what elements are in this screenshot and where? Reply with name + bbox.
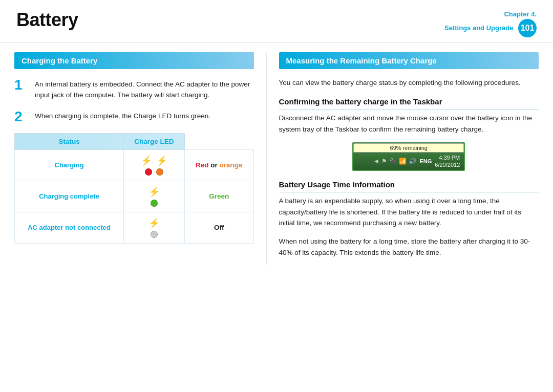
- status-cell: Charging: [15, 149, 124, 181]
- led-plug-icon: ⚡: [148, 217, 160, 229]
- step-2: 2 When charging is complete, the Charge …: [14, 109, 254, 125]
- led-plug-icon: ⚡: [148, 186, 160, 198]
- led-cell: ⚡⚡: [124, 149, 185, 181]
- tray-arrow-icon: ◀: [374, 158, 378, 164]
- step-1-text: An internal battery is embedded. Connect…: [35, 77, 254, 101]
- taskbar-time: 4:39 PM 6/20/2012: [435, 154, 460, 169]
- taskbar-lang: ENG: [419, 158, 432, 164]
- page-number: 101: [518, 19, 537, 37]
- tray-icon-1: ⚑: [381, 158, 387, 165]
- col-status: Status: [15, 133, 124, 149]
- tray-icon-4: 🔊: [409, 158, 416, 165]
- charge-table: Status Charge LED Charging⚡⚡Red or orang…: [14, 133, 254, 244]
- taskbar-bar: ◀ ⚑ 🔌 📶 🔊 ENG 4:39 PM 6/20/2012: [353, 153, 464, 170]
- right-column: Measuring the Remaining Battery Charge Y…: [266, 52, 539, 265]
- led-dot: [151, 231, 158, 238]
- charge-label-cell: Off: [184, 212, 253, 243]
- led-dot: [151, 200, 158, 207]
- charge-label-cell: Red or orange: [184, 149, 253, 181]
- taskbar-screenshot: 69% remaining ◀ ⚑ 🔌 📶 🔊 ENG 4:39 PM 6/20…: [352, 142, 465, 171]
- left-section-header: Charging the Battery: [14, 52, 254, 69]
- led-cell: ⚡: [124, 212, 185, 243]
- page-title: Battery: [16, 9, 78, 31]
- tray-icon-2: 🔌: [389, 158, 397, 165]
- step-1-number: 1: [14, 77, 29, 101]
- led-plug-icon: ⚡: [141, 155, 152, 166]
- subsection1-title: Confirming the battery charge in the Tas…: [279, 97, 539, 110]
- step-1: 1 An internal battery is embedded. Conne…: [14, 77, 254, 101]
- subsection2-title: Battery Usage Time Information: [279, 180, 539, 192]
- table-row: Charging complete⚡Green: [15, 181, 254, 212]
- charge-label-cell: Green: [184, 181, 253, 212]
- step-2-number: 2: [14, 109, 29, 125]
- status-cell: AC adapter not connected: [15, 212, 124, 243]
- tray-icon-3: 📶: [399, 158, 407, 165]
- subsection1-text: Disconnect the AC adapter and move the m…: [279, 113, 539, 135]
- status-cell: Charging complete: [15, 181, 124, 212]
- chapter-info: Chapter 4. Settings and Upgrade 101: [444, 9, 537, 37]
- table-row: AC adapter not connected⚡Off: [15, 212, 254, 243]
- page-header: Battery Chapter 4. Settings and Upgrade …: [0, 0, 553, 43]
- led-dot: [145, 168, 152, 176]
- left-column: Charging the Battery 1 An internal batte…: [14, 52, 266, 265]
- table-row: Charging⚡⚡Red or orange: [15, 149, 254, 181]
- led-dot: [156, 168, 163, 176]
- subsection2-text2: When not using the battery for a long ti…: [279, 236, 539, 258]
- step-2-text: When charging is complete, the Charge LE…: [35, 109, 210, 125]
- led-plug-icon: ⚡: [156, 155, 167, 166]
- right-section-header: Measuring the Remaining Battery Charge: [279, 52, 539, 69]
- col-charge-led: Charge LED: [124, 133, 185, 149]
- tray-icons: ⚑ 🔌 📶 🔊: [381, 158, 416, 165]
- subsection2-text1: A battery is an expendable supply, so wh…: [279, 195, 539, 229]
- led-cell: ⚡: [124, 181, 185, 212]
- main-content: Charging the Battery 1 An internal batte…: [0, 43, 553, 275]
- battery-tooltip: 69% remaining: [353, 143, 464, 153]
- intro-text: You can view the battery charge status b…: [279, 77, 539, 89]
